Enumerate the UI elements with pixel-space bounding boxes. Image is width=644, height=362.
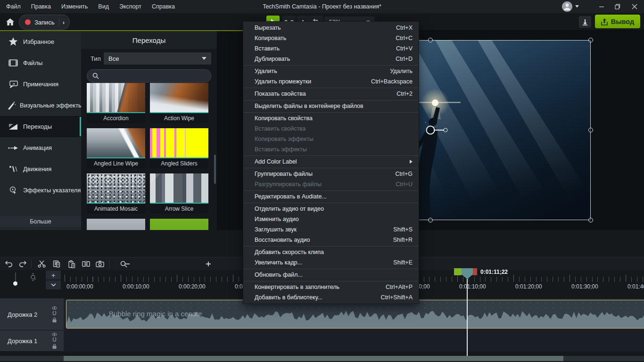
rotation-handle[interactable] xyxy=(444,128,448,132)
sidebar-item-3[interactable]: Визуальные эффекты xyxy=(0,95,81,116)
zoom-in-button[interactable] xyxy=(202,257,215,271)
cut-button[interactable] xyxy=(35,257,48,271)
collapse-tracks-button[interactable] xyxy=(46,280,61,289)
context-menu-item-8-1[interactable]: Изменить аудио xyxy=(243,214,419,224)
context-menu-item-9-0[interactable]: Добавить скорость клипа xyxy=(243,247,419,257)
context-menu-item-9-1[interactable]: Увеличить кадр...Shift+E xyxy=(243,257,419,268)
context-menu-item-shortcut: Ctrl+Shift+A xyxy=(381,294,413,301)
sidebar-item-5[interactable]: Анимация xyxy=(0,137,81,158)
transition-label: Accordion xyxy=(87,113,145,123)
transition-card-5[interactable]: Arrow Slice xyxy=(150,173,208,214)
context-menu-item-11-0[interactable]: Конвертировать в заполнительCtrl+Alt+P xyxy=(243,282,419,292)
paste-button[interactable] xyxy=(65,257,78,271)
context-menu-item-shortcut: Ctrl+2 xyxy=(396,90,413,97)
transition-card-1[interactable]: Action Wipe xyxy=(150,83,208,123)
ruler-label: 0:01:10;00 xyxy=(459,283,486,290)
context-menu-item-8-0[interactable]: Отделить аудио от видео xyxy=(243,204,419,214)
context-menu-item-0-1[interactable]: КопироватьCtrl+C xyxy=(243,33,419,43)
context-menu-separator xyxy=(244,168,418,168)
search-input[interactable] xyxy=(87,69,211,82)
context-menu-item-label: Копировать xyxy=(255,35,286,41)
playhead-in-handle[interactable] xyxy=(454,268,462,275)
context-menu-item-7-0[interactable]: Редактировать в Audiate... xyxy=(243,191,419,202)
transition-card-0[interactable]: Accordion xyxy=(87,83,145,123)
panel-scrollbar[interactable] xyxy=(214,155,216,184)
timeline-horizontal-scrollbar[interactable] xyxy=(0,356,644,361)
add-track-button[interactable]: + xyxy=(46,271,61,280)
selection-handle-bottom-right[interactable] xyxy=(588,218,593,222)
type-dropdown[interactable]: Все xyxy=(104,52,211,65)
menubar-item-5[interactable]: Справка xyxy=(147,0,180,13)
selection-handle-top-center[interactable] xyxy=(428,38,433,42)
audio-clip[interactable]: Bubble ring magic in a cenote xyxy=(66,300,644,329)
magnet-icon[interactable] xyxy=(52,311,57,316)
context-menu-item-8-3[interactable]: Восстановить аудиоShift+R xyxy=(243,235,419,245)
menubar-item-0[interactable]: Файл xyxy=(1,0,26,13)
ruler-major-tick xyxy=(121,275,121,282)
menubar-item-2[interactable]: Изменить xyxy=(56,0,93,13)
context-menu-item-0-3[interactable]: ДублироватьCtrl+D xyxy=(243,54,419,64)
playhead-out-handle[interactable] xyxy=(473,268,477,275)
context-menu-item-6-0[interactable]: Группировать файлыCtrl+G xyxy=(243,169,419,179)
close-button[interactable] xyxy=(626,0,643,13)
sidebar-item-0[interactable]: Избранное xyxy=(0,31,81,52)
sidebar-item-6[interactable]: Движения xyxy=(0,158,81,180)
split-button[interactable] xyxy=(79,257,92,271)
track-1-header[interactable]: Дорожка 1 xyxy=(0,330,64,352)
context-menu-item-8-2[interactable]: Заглушить звукShift+S xyxy=(243,224,419,235)
chevron-right-icon[interactable]: › xyxy=(63,19,65,26)
context-menu-item-5-0[interactable]: Add Color Label xyxy=(243,156,419,167)
sidebar-item-2[interactable]: aПримечания xyxy=(0,74,81,95)
selection-handle-bottom-center[interactable] xyxy=(428,218,433,222)
track-height-slider-knob[interactable] xyxy=(13,281,17,286)
context-menu-item-shortcut: Ctrl+V xyxy=(396,45,413,52)
eye-icon[interactable] xyxy=(52,333,57,336)
track-2-header[interactable]: Дорожка 2 xyxy=(0,298,64,330)
menubar-item-4[interactable]: Экспорт xyxy=(114,0,147,13)
selection-handle-top-right[interactable] xyxy=(588,38,593,42)
export-button[interactable]: Вывод xyxy=(595,15,640,28)
sidebar-item-4[interactable]: Переходы xyxy=(0,116,81,137)
avatar[interactable] xyxy=(562,1,572,12)
undo-button[interactable] xyxy=(2,257,15,271)
context-menu-item-1-1[interactable]: Удалить промежуткиCtrl+Backspace xyxy=(243,76,419,87)
transition-card-partial-1[interactable] xyxy=(150,219,208,230)
zoom-to-fit-icon[interactable] xyxy=(29,272,37,282)
context-menu-item-0-0[interactable]: ВырезатьCtrl+X xyxy=(243,23,419,33)
track-1-lane[interactable] xyxy=(64,330,644,352)
context-menu-item-4-0[interactable]: Копировать свойства xyxy=(243,113,419,123)
context-menu-item-2-0[interactable]: Показать свойстваCtrl+2 xyxy=(243,89,419,99)
playhead-line[interactable] xyxy=(467,276,468,356)
transition-card-partial-0[interactable] xyxy=(87,219,145,230)
context-menu-item-3-0[interactable]: Выделить файлы в контейнере файлов xyxy=(243,101,419,111)
magnet-icon[interactable] xyxy=(52,337,57,342)
record-button[interactable]: Запись › xyxy=(19,15,70,30)
sidebar-item-7[interactable]: Эффекты указателя xyxy=(0,180,81,201)
home-button[interactable] xyxy=(3,15,17,28)
sidebar-more-button[interactable]: Больше xyxy=(0,216,81,227)
restore-button[interactable] xyxy=(609,0,626,13)
minimize-button[interactable] xyxy=(593,0,610,13)
context-menu-item-11-1[interactable]: Добавить в библиотеку...Ctrl+Shift+A xyxy=(243,292,419,303)
menubar-item-1[interactable]: Правка xyxy=(26,0,56,13)
menubar-item-3[interactable]: Вид xyxy=(93,0,114,13)
copy-button[interactable] xyxy=(50,257,63,271)
scrollbar-thumb[interactable] xyxy=(64,356,563,361)
snapshot-button[interactable] xyxy=(93,257,107,271)
transition-card-2[interactable]: Angled Line Wipe xyxy=(87,128,145,168)
eye-icon[interactable] xyxy=(52,306,57,310)
transitions-grid: AccordionAction WipeAngled Line WipeAngl… xyxy=(87,83,213,230)
zoom-out-button[interactable] xyxy=(121,257,134,271)
lock-icon[interactable] xyxy=(52,317,57,322)
download-button[interactable] xyxy=(579,16,591,28)
redo-button[interactable] xyxy=(16,257,29,271)
sidebar-item-1[interactable]: Файлы xyxy=(0,52,81,74)
selection-handle-mid-right[interactable] xyxy=(588,128,593,132)
context-menu-item-10-0[interactable]: Обновить файл... xyxy=(243,270,419,280)
transition-card-4[interactable]: Animated Mosaic xyxy=(87,173,145,214)
transition-card-3[interactable]: Angled Sliders xyxy=(150,128,208,168)
context-menu-item-0-2[interactable]: ВставитьCtrl+V xyxy=(243,43,419,54)
context-menu-item-1-0[interactable]: УдалитьУдалить xyxy=(243,66,419,76)
avatar-menu-caret[interactable] xyxy=(575,5,579,8)
lock-icon[interactable] xyxy=(52,344,57,349)
